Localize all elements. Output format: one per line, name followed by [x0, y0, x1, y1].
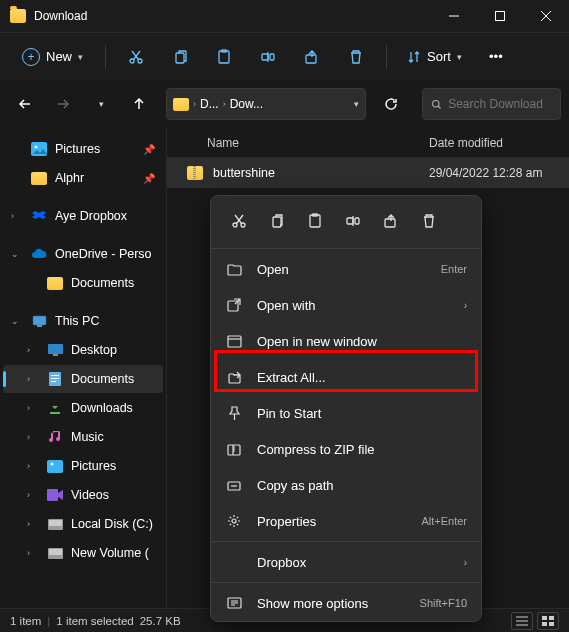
command-bar: + New ▾ Sort ▾ •••	[0, 32, 569, 80]
pin-icon: 📌	[143, 173, 155, 184]
svg-rect-21	[51, 378, 59, 379]
expand-icon[interactable]: ›	[11, 211, 14, 221]
search-box[interactable]	[422, 88, 561, 120]
collapse-icon[interactable]: ⌄	[11, 249, 19, 259]
svg-rect-30	[49, 549, 62, 555]
cut-button[interactable]	[116, 39, 156, 75]
svg-rect-9	[262, 54, 268, 60]
ctx-open-with[interactable]: Open with ›	[211, 287, 481, 323]
sidebar-label: Desktop	[71, 343, 117, 357]
ctx-pin-start[interactable]: Pin to Start	[211, 395, 481, 431]
details-view-button[interactable]	[511, 612, 533, 630]
rename-button[interactable]	[248, 39, 288, 75]
ctx-properties[interactable]: Properties Alt+Enter	[211, 503, 481, 539]
sort-button[interactable]: Sort ▾	[397, 43, 472, 70]
copy-button[interactable]	[259, 204, 295, 238]
svg-rect-45	[542, 616, 547, 620]
sidebar-item-localdisk[interactable]: › Local Disk (C:)	[3, 510, 163, 538]
open-icon	[225, 263, 243, 276]
ctx-compress[interactable]: Compress to ZIP file	[211, 431, 481, 467]
sidebar-item-downloads[interactable]: › Downloads	[3, 394, 163, 422]
paste-button[interactable]	[297, 204, 333, 238]
sidebar-item-dropbox[interactable]: › Aye Dropbox	[3, 202, 163, 230]
sidebar-label: Documents	[71, 372, 134, 386]
sidebar-item-pictures[interactable]: › Pictures	[3, 452, 163, 480]
sidebar-item-desktop[interactable]: › Desktop	[3, 336, 163, 364]
ctx-label: Pin to Start	[257, 406, 467, 421]
expand-icon[interactable]: ›	[27, 374, 30, 384]
expand-icon[interactable]: ›	[27, 519, 30, 529]
expand-icon[interactable]: ›	[27, 461, 30, 471]
share-button[interactable]	[373, 204, 409, 238]
ctx-copy-path[interactable]: Copy as path	[211, 467, 481, 503]
window-icon	[225, 335, 243, 348]
cut-button[interactable]	[221, 204, 257, 238]
breadcrumb[interactable]: Dow...	[230, 97, 263, 111]
share-button[interactable]	[292, 39, 332, 75]
document-icon	[47, 371, 63, 387]
pin-icon	[225, 406, 243, 421]
file-date: 29/04/2022 12:28 am	[429, 166, 569, 180]
sidebar-item-music[interactable]: › Music	[3, 423, 163, 451]
delete-button[interactable]	[411, 204, 447, 238]
copy-button[interactable]	[160, 39, 200, 75]
ctx-dropbox[interactable]: Dropbox ›	[211, 544, 481, 580]
column-date[interactable]: Date modified	[429, 136, 569, 150]
more-button[interactable]: •••	[476, 39, 516, 75]
column-name[interactable]: Name	[167, 136, 429, 150]
svg-rect-33	[273, 217, 281, 227]
paste-button[interactable]	[204, 39, 244, 75]
sidebar-item-onedrive[interactable]: ⌄ OneDrive - Perso	[3, 240, 163, 268]
new-button[interactable]: + New ▾	[10, 42, 95, 72]
delete-button[interactable]	[336, 39, 376, 75]
search-icon	[431, 98, 442, 111]
sidebar-item-pictures[interactable]: Pictures 📌	[3, 135, 163, 163]
drive-icon	[47, 545, 63, 561]
address-bar[interactable]: › D... › Dow... ▾	[166, 88, 366, 120]
sidebar-item-alphr[interactable]: Alphr 📌	[3, 164, 163, 192]
expand-icon[interactable]: ›	[27, 548, 30, 558]
minimize-button[interactable]	[431, 0, 477, 32]
rename-button[interactable]	[335, 204, 371, 238]
context-quick-actions	[211, 196, 481, 246]
svg-rect-47	[542, 622, 547, 626]
maximize-button[interactable]	[477, 0, 523, 32]
ctx-show-more[interactable]: Show more options Shift+F10	[211, 585, 481, 621]
ctx-open[interactable]: Open Enter	[211, 251, 481, 287]
column-headers: Name Date modified	[167, 128, 569, 158]
sidebar-label: Alphr	[55, 171, 84, 185]
chevron-down-icon[interactable]: ▾	[354, 99, 359, 109]
expand-icon[interactable]: ›	[27, 490, 30, 500]
folder-icon	[10, 9, 26, 23]
breadcrumb[interactable]: D...	[200, 97, 219, 111]
selection-count: 1 item selected	[56, 615, 133, 627]
close-button[interactable]	[523, 0, 569, 32]
sidebar-label: Documents	[71, 276, 134, 290]
ctx-extract-all[interactable]: Extract All...	[211, 359, 481, 395]
refresh-button[interactable]	[374, 87, 408, 121]
file-row[interactable]: buttershine 29/04/2022 12:28 am	[167, 158, 569, 188]
svg-rect-27	[49, 520, 62, 526]
sidebar-item-documents[interactable]: › Documents	[3, 365, 163, 393]
svg-rect-17	[48, 344, 63, 354]
collapse-icon[interactable]: ⌄	[11, 316, 19, 326]
forward-button[interactable]	[46, 87, 80, 121]
thumbnails-view-button[interactable]	[537, 612, 559, 630]
search-input[interactable]	[448, 97, 552, 111]
ctx-new-window[interactable]: Open in new window	[211, 323, 481, 359]
ctx-label: Properties	[257, 514, 407, 529]
expand-icon[interactable]: ›	[27, 403, 30, 413]
up-button[interactable]	[122, 87, 156, 121]
sidebar-item-thispc[interactable]: ⌄ This PC	[3, 307, 163, 335]
ctx-label: Show more options	[257, 596, 406, 611]
download-icon	[47, 400, 63, 416]
recent-button[interactable]: ▾	[84, 87, 118, 121]
back-button[interactable]	[8, 87, 42, 121]
sidebar-item-documents[interactable]: Documents	[3, 269, 163, 297]
svg-rect-20	[51, 375, 59, 376]
expand-icon[interactable]: ›	[27, 345, 30, 355]
svg-point-4	[130, 59, 134, 63]
sidebar-item-videos[interactable]: › Videos	[3, 481, 163, 509]
expand-icon[interactable]: ›	[27, 432, 30, 442]
sidebar-item-newvolume[interactable]: › New Volume (	[3, 539, 163, 567]
